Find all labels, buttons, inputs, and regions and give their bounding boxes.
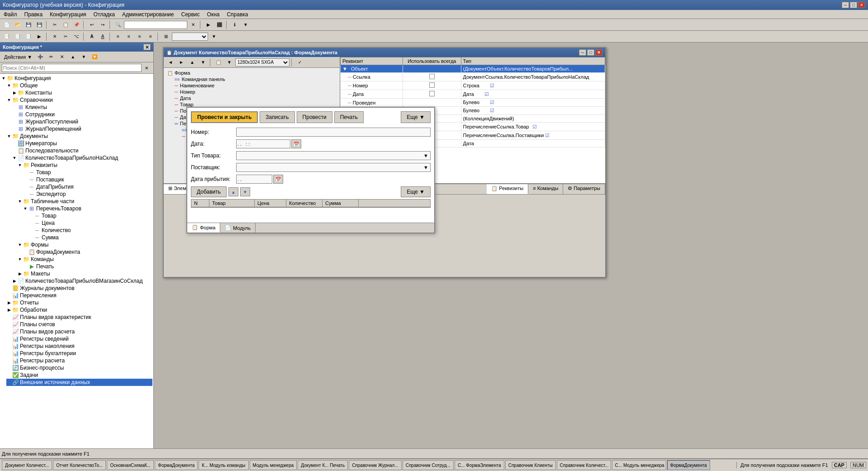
- task-item-2[interactable]: Отчет КоличествоТо...: [53, 460, 106, 470]
- tree-toggle-formadoc[interactable]: [23, 250, 28, 254]
- search-input[interactable]: [2, 64, 142, 72]
- btn-provesti[interactable]: Провести: [297, 111, 332, 123]
- task-item-1[interactable]: Документ Количест...: [2, 460, 52, 470]
- menu-service[interactable]: Сервис: [179, 11, 201, 18]
- search-clear[interactable]: ✕: [142, 63, 152, 72]
- tb2-more[interactable]: ⊞: [161, 32, 171, 41]
- tb-save[interactable]: 💾: [24, 20, 33, 29]
- tree-item-formadoc[interactable]: 📋 ФормаДокумента: [23, 248, 152, 256]
- tb-open[interactable]: 📂: [13, 20, 23, 29]
- tree-item-layouts[interactable]: ▶ 📁 Макеты: [17, 270, 152, 277]
- tree-toggle-tovar[interactable]: [23, 170, 28, 175]
- edit-btn[interactable]: ✏: [46, 52, 56, 62]
- tree-toggle-clients[interactable]: [12, 105, 17, 109]
- fc-fwd[interactable]: ►: [176, 58, 186, 67]
- req-row-nomer[interactable]: ─ Номер Строка ☑: [341, 81, 605, 90]
- tree-item-charplans[interactable]: 📈 Планы видов характеристик: [6, 314, 152, 321]
- tree-toggle-commands[interactable]: ▼: [17, 257, 23, 262]
- tree-item-clients[interactable]: ⊞ Клиенты: [12, 104, 152, 111]
- delete-btn[interactable]: ✕: [57, 52, 67, 62]
- menu-help[interactable]: Справка: [225, 11, 250, 18]
- tree-toggle-proc[interactable]: ▶: [6, 308, 12, 312]
- tb2-font-select[interactable]: [172, 33, 208, 41]
- tb-search[interactable]: 🔍: [113, 20, 123, 29]
- req-row-link[interactable]: ─ Ссылка ДокументСсылка.КоличествоТовара…: [341, 73, 605, 81]
- tb2-btn2[interactable]: 📑: [13, 32, 23, 41]
- task-item-14-active[interactable]: ФормаДокумента: [667, 460, 710, 470]
- tb2-align1[interactable]: ≡: [113, 32, 123, 41]
- canvas-item-name[interactable]: ─ Наименование: [173, 82, 338, 89]
- tree-root[interactable]: ▼ 📁 Конфигурация: [1, 75, 152, 82]
- tb-info[interactable]: ℹ: [230, 20, 240, 29]
- tb-copy[interactable]: 📋: [61, 20, 71, 29]
- canvas-item-data[interactable]: ─ Дата: [173, 95, 338, 101]
- tree-item-expedition[interactable]: ─ Экспедитор: [23, 190, 152, 198]
- tab-requisites[interactable]: 📋 Реквизиты: [487, 184, 528, 194]
- tb2-copy[interactable]: ⌥: [71, 32, 81, 41]
- cb-date[interactable]: [429, 91, 435, 96]
- tree-toggle-enum[interactable]: [6, 293, 12, 298]
- tree-toggle-accp[interactable]: [6, 322, 12, 327]
- tb2-btn4[interactable]: ▶: [34, 32, 44, 41]
- req-row-date[interactable]: ─ Дата Дата ☑: [341, 90, 605, 99]
- tree-item-external[interactable]: 🔗 Внешние источники данных: [6, 379, 152, 386]
- tree-item-koltovmag[interactable]: ▶ 📄 КоличествоТовараПрибылоВМагазинСоСкл…: [12, 277, 152, 285]
- tb2-align4[interactable]: ≡: [146, 32, 156, 41]
- tree-toggle-jper[interactable]: [12, 127, 17, 131]
- tree-toggle-exp[interactable]: [23, 192, 28, 196]
- task-item-11[interactable]: Справочник Клиенты: [505, 460, 556, 470]
- minimize-button[interactable]: ─: [842, 2, 849, 8]
- tb2-align3[interactable]: ≡: [135, 32, 145, 41]
- tree-toggle-price[interactable]: [28, 221, 33, 225]
- menu-debug[interactable]: Отладка: [92, 11, 117, 18]
- tree-item-tovar2[interactable]: ─ Товар: [28, 212, 152, 219]
- field-input-date[interactable]: [236, 139, 290, 148]
- tree-toggle-ext[interactable]: [6, 380, 12, 385]
- table-down-btn[interactable]: ▼: [240, 187, 250, 196]
- tree-item-enumerations[interactable]: 📊 Перечисления: [6, 292, 152, 299]
- tree-toggle-calcr[interactable]: [6, 358, 12, 363]
- tree-toggle-bizp[interactable]: [6, 366, 12, 370]
- tree-item-tovar[interactable]: ─ Товар: [23, 169, 152, 176]
- tree-item-calcregs[interactable]: 📊 Регистры расчета: [6, 357, 152, 364]
- tree-toggle-root[interactable]: ▼: [1, 76, 6, 81]
- tree-item-qty[interactable]: ─ Количество: [28, 227, 152, 234]
- tree-item-accountplans[interactable]: 📈 Планы счетов: [6, 321, 152, 328]
- canvas-item-nomer[interactable]: ─ Номер: [173, 89, 338, 95]
- actions-btn[interactable]: Действия ▼: [2, 52, 34, 62]
- task-item-6[interactable]: Модуль менеджера: [250, 460, 297, 470]
- tree-toggle-seq[interactable]: [12, 148, 17, 153]
- tree-toggle-num[interactable]: [12, 141, 17, 146]
- task-item-7[interactable]: Документ К... Печать: [298, 460, 348, 470]
- cb-link[interactable]: [429, 74, 435, 79]
- close-button[interactable]: ✕: [858, 2, 865, 8]
- tree-item-forms[interactable]: ▼ 📁 Формы: [17, 241, 152, 248]
- task-item-3[interactable]: ОсновнаяСхемаК...: [107, 460, 154, 470]
- tree-toggle-perto[interactable]: ▼: [23, 206, 28, 211]
- fc-ok[interactable]: ✓: [295, 58, 305, 67]
- up-btn[interactable]: ▲: [68, 52, 78, 62]
- tree-toggle-documents[interactable]: ▼: [6, 134, 12, 138]
- tb-redo[interactable]: ↪: [98, 20, 108, 29]
- menu-configuration[interactable]: Конфигурация: [48, 11, 88, 18]
- fc-down[interactable]: ▼: [198, 58, 208, 67]
- maximize-button[interactable]: □: [850, 2, 857, 8]
- tb-search-go[interactable]: ✕: [188, 20, 198, 29]
- btn-zapisat[interactable]: Записать: [260, 111, 294, 123]
- tree-item-accumregs[interactable]: 📊 Регистры накопления: [6, 343, 152, 350]
- btn-table-eshche[interactable]: Еще ▼: [401, 186, 431, 197]
- field-input-nomer[interactable]: [236, 128, 431, 137]
- tree-item-calcplans[interactable]: 📈 Планы видов расчета: [6, 328, 152, 335]
- fc-resolution[interactable]: 1280x1024 SXGA: [235, 58, 289, 67]
- tree-item-sum[interactable]: ─ Сумма: [28, 234, 152, 241]
- tree-toggle-jp[interactable]: [12, 119, 17, 124]
- tree-item-general[interactable]: ▼ 📁 Общие: [6, 82, 152, 89]
- tree-toggle-calcp[interactable]: [6, 329, 12, 334]
- tree-item-sequences[interactable]: 📋 Последовательности: [12, 147, 152, 154]
- req-row-proven[interactable]: ─ Проведен Булево ☑: [341, 99, 605, 107]
- tree-item-accregs[interactable]: 📊 Регистры бухгалтерии: [6, 350, 152, 357]
- tree-toggle-tabparts[interactable]: ▼: [17, 199, 23, 204]
- tree-toggle-references[interactable]: ▼: [6, 98, 12, 102]
- tb-new[interactable]: 📄: [2, 20, 12, 29]
- tb2-btn3[interactable]: 📑: [24, 32, 33, 41]
